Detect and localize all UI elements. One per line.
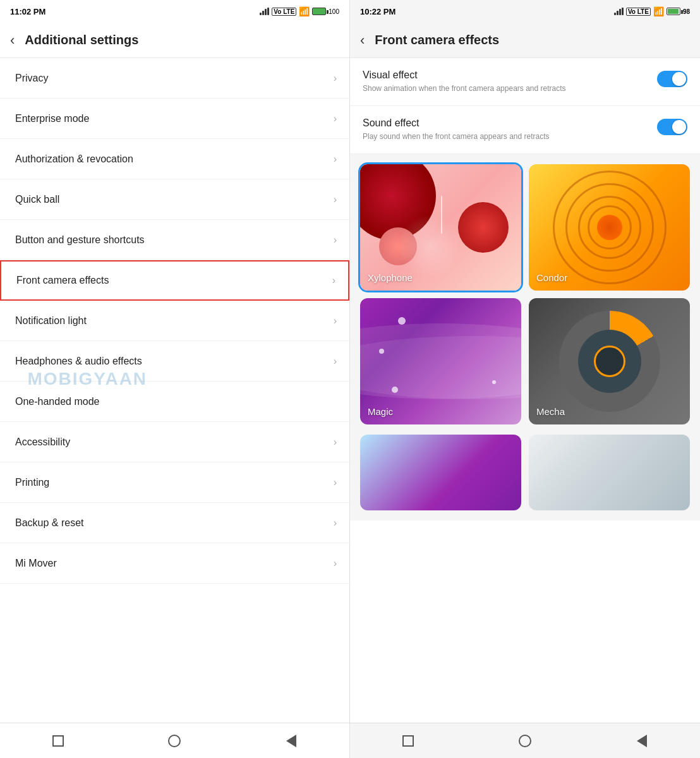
right-back-button[interactable]: ‹ [360,32,365,49]
sound-effect-text: Sound effect Play sound when the front c… [363,117,657,142]
left-status-bar: 11:02 PM Vo LTE 📶 100 [0,0,349,23]
visual-effect-desc: Show animation when the front camera app… [363,83,647,94]
right-signal-4 [622,8,624,15]
mecha-bg [529,298,690,424]
chevron-authorization: › [334,153,337,165]
battery-label-left: 100 [329,8,339,15]
right-battery-fill [668,9,679,14]
right-status-icons: Vo LTE 📶 98 [614,6,690,16]
right-triangle-icon [637,735,647,747]
right-page-title: Front camera effects [375,33,499,47]
signal-bars [260,8,269,15]
chevron-accessibility: › [334,436,337,448]
chevron-enterprise: › [334,113,337,124]
settings-list: Privacy › Enterprise mode › Authorizatio… [0,58,349,723]
visual-effect-toggle[interactable] [657,71,687,87]
chevron-front-camera: › [332,275,335,286]
right-nav-circle[interactable] [515,731,535,751]
bottom-card-2[interactable] [529,435,690,510]
sound-effect-row: Sound effect Play sound when the front c… [350,106,700,154]
right-signal-2 [617,11,619,15]
magic-dot4 [392,387,398,393]
settings-item-enterprise-mode[interactable]: Enterprise mode › [0,99,349,139]
left-top-bar: ‹ Additional settings [0,23,349,58]
chevron-quick-ball: › [334,194,337,205]
chevron-backup: › [334,517,337,529]
condor-label: Condor [536,272,567,283]
bottom-cards-row [350,435,700,520]
spiral-center [597,215,622,240]
mecha-center [594,346,625,377]
signal-bar-3 [265,9,267,15]
signal-bar-2 [262,11,264,15]
xylophone-bg [360,164,521,291]
visual-effect-title: Visual effect [363,69,647,81]
right-signal-bars [614,8,624,15]
settings-item-button-gesture[interactable]: Button and gesture shortcuts › [0,220,349,260]
visual-effect-text: Visual effect Show animation when the fr… [363,69,657,94]
circle-icon [168,735,181,747]
sound-effect-toggle[interactable] [657,119,687,135]
signal-bar-1 [260,13,262,15]
settings-item-printing[interactable]: Printing › [0,462,349,503]
left-page-title: Additional settings [25,33,138,47]
xylophone-label: Xylophone [368,272,413,283]
wifi-icon: 📶 [299,6,310,16]
sound-effect-desc: Play sound when the front camera appears… [363,131,647,142]
effects-grid: Xylophone Condor [350,154,700,435]
right-time: 10:22 PM [360,7,395,16]
right-signal-1 [614,13,616,15]
magic-dot2 [379,349,384,354]
right-status-bar: 10:22 PM Vo LTE 📶 98 [350,0,700,23]
lte-badge: Vo LTE [272,8,296,16]
settings-item-backup[interactable]: Backup & reset › [0,503,349,543]
magic-wave2 [360,336,521,399]
right-top-bar: ‹ Front camera effects [350,23,700,58]
mecha-ring-inner [578,330,641,393]
chevron-headphones: › [334,356,337,367]
left-panel: 11:02 PM Vo LTE 📶 100 ‹ Additional setti… [0,0,350,758]
left-nav-back[interactable] [281,731,301,751]
settings-item-headphones[interactable]: Headphones & audio effects › [0,341,349,382]
left-nav-circle[interactable] [164,731,184,751]
settings-item-authorization[interactable]: Authorization & revocation › [0,139,349,179]
settings-item-quick-ball[interactable]: Quick ball › [0,179,349,220]
chevron-button-gesture: › [334,234,337,246]
right-nav-square[interactable] [398,731,418,751]
effect-card-mecha[interactable]: Mecha [529,298,690,424]
xylophone-bubble4 [398,215,461,278]
triangle-icon [286,735,296,747]
left-status-icons: Vo LTE 📶 100 [260,6,339,16]
effect-card-xylophone[interactable]: Xylophone [360,164,521,291]
chevron-notification: › [334,315,337,327]
left-back-button[interactable]: ‹ [10,32,15,49]
right-battery-label: 98 [683,8,690,15]
right-panel: 10:22 PM Vo LTE 📶 98 ‹ Front camera effe… [350,0,700,758]
visual-effect-row: Visual effect Show animation when the fr… [350,58,700,106]
settings-item-accessibility[interactable]: Accessibility › [0,422,349,462]
settings-item-mi-mover[interactable]: Mi Mover › [0,543,349,584]
mecha-label: Mecha [536,406,565,417]
square-icon [52,735,64,747]
signal-bar-4 [267,8,269,15]
settings-item-privacy[interactable]: Privacy › [0,58,349,99]
magic-dot1 [398,317,406,325]
magic-bg [360,298,521,424]
settings-item-front-camera[interactable]: Front camera effects › [0,260,349,301]
xylophone-bubble2 [458,202,509,253]
chevron-printing: › [334,477,337,488]
settings-item-one-handed[interactable]: One-handed mode [0,382,349,422]
right-nav-back[interactable] [632,731,652,751]
bottom-card-1[interactable] [360,435,521,510]
mecha-ring-outer [559,311,660,412]
magic-dot3 [492,380,496,384]
left-nav-bar [0,723,349,758]
left-nav-square[interactable] [48,731,68,751]
right-battery-icon [667,8,680,15]
settings-item-notification-light[interactable]: Notification light › [0,301,349,341]
right-wifi: 📶 [653,6,664,16]
battery-icon-left [312,8,326,15]
magic-label: Magic [368,406,393,417]
effect-card-condor[interactable]: Condor [529,164,690,291]
effect-card-magic[interactable]: Magic [360,298,521,424]
